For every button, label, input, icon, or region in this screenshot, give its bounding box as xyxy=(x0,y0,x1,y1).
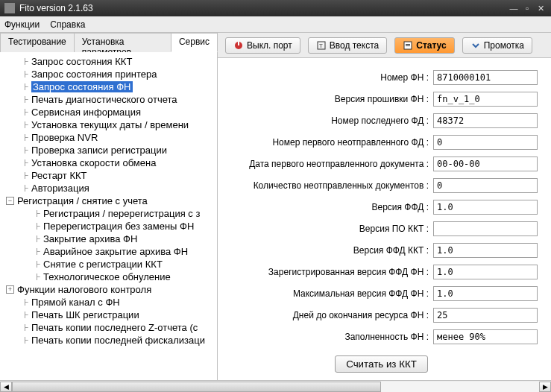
tree-view: ⊦Запрос состояния ККТ⊦Запрос состояния п… xyxy=(0,52,217,380)
tree-item[interactable]: ⊦Проверка NVR xyxy=(0,131,217,144)
field-label: Дней до окончания ресурса ФН : xyxy=(225,310,433,320)
last-fd-input[interactable] xyxy=(433,113,538,128)
tree-item[interactable]: ⊦Закрытие архива ФН xyxy=(0,233,217,245)
maximize-button[interactable]: ▫ xyxy=(521,3,533,13)
field-label: Максимальная версия ФФД ФН : xyxy=(225,288,433,299)
tree-item[interactable]: ⊦Прямой канал с ФН xyxy=(0,296,217,309)
tree-item[interactable]: ⊦Запрос состояния ФН xyxy=(0,80,217,93)
days-left-input[interactable] xyxy=(433,308,538,323)
fn-number-input[interactable] xyxy=(433,70,538,85)
form-row-first-unsent: Номер первого неотправленного ФД : xyxy=(225,135,538,150)
tree-item[interactable]: ⊦Авторизация xyxy=(0,182,217,195)
tree-group[interactable]: +Функции налогового контроля xyxy=(0,283,217,296)
first-unsent-date-input[interactable] xyxy=(433,157,538,171)
tree-item[interactable]: ⊦Печать диагностического отчета xyxy=(0,93,217,106)
tree-item-label: Закрытие архива ФН xyxy=(43,233,137,244)
first-unsent-input[interactable] xyxy=(433,135,538,150)
form-row-first-unsent-date: Дата первого неотправленного документа : xyxy=(225,157,538,171)
tree-item[interactable]: ⊦Печать ШК регистрации xyxy=(0,309,217,321)
form-row-reg-ffd-fn: Зарегистрированная версия ФФД ФН : xyxy=(225,265,538,279)
reg-ffd-fn-input[interactable] xyxy=(433,265,538,279)
tree-item-label: Авторизация xyxy=(31,183,89,194)
tree-item[interactable]: ⊦Аварийное закрытие архива ФН xyxy=(0,245,217,258)
tree-branch-icon: ⊦ xyxy=(21,107,31,118)
scroll-label: Промотка xyxy=(484,40,524,51)
tree-item[interactable]: ⊦Перерегистрация без замены ФН xyxy=(0,220,217,233)
input-text-button[interactable]: T Ввод текста xyxy=(308,37,387,54)
svg-rect-1 xyxy=(238,42,239,45)
collapse-icon[interactable]: − xyxy=(6,197,14,205)
tree-item[interactable]: ⊦Рестарт ККТ xyxy=(0,169,217,182)
tab-testing[interactable]: Тестирование xyxy=(0,33,75,52)
tab-service[interactable]: Сервис xyxy=(171,33,218,52)
off-port-label: Выкл. порт xyxy=(247,40,292,51)
tree-item-label: Печать ШК регистрации xyxy=(31,309,139,320)
tree-item[interactable]: ⊦Снятие с регистрации ККТ xyxy=(0,258,217,271)
titlebar: Fito version 2.1.63 — ▫ ✕ xyxy=(0,0,551,16)
menu-functions[interactable]: Функции xyxy=(4,19,40,30)
tree-item-label: Проверка NVR xyxy=(31,132,98,143)
horizontal-scrollbar[interactable]: ◀ ▶ xyxy=(0,380,551,392)
tree-item[interactable]: ⊦Печать копии последней фискализаци xyxy=(0,334,217,347)
tree-group[interactable]: −Регистрация / снятие с учета xyxy=(0,195,217,207)
tree-branch-icon: ⊦ xyxy=(33,208,43,219)
max-ffd-fn-input[interactable] xyxy=(433,286,538,301)
field-label: Номер последнего ФД : xyxy=(225,116,433,126)
tree-item[interactable]: ⊦Установка скорости обмена xyxy=(0,157,217,169)
tree-item[interactable]: ⊦Запрос состояния ККТ xyxy=(0,55,217,68)
off-port-button[interactable]: Выкл. порт xyxy=(225,37,300,54)
form-row-kkt-sw-version: Версия ПО ККТ : xyxy=(225,221,538,236)
input-text-label: Ввод текста xyxy=(330,40,379,51)
scroll-button[interactable]: Промотка xyxy=(462,37,532,54)
tree-branch-icon: ⊦ xyxy=(21,81,31,92)
svg-text:T: T xyxy=(319,42,323,49)
fw-version-input[interactable] xyxy=(433,92,538,107)
tree-item-label: Запрос состояния ККТ xyxy=(31,56,132,67)
field-label: Дата первого неотправленного документа : xyxy=(225,159,433,169)
tree-item-label: Проверка записи регистрации xyxy=(31,145,167,156)
field-label: Версия ФФД ККТ : xyxy=(225,245,433,256)
ffd-kkt-version-input[interactable] xyxy=(433,243,538,258)
expand-icon[interactable]: + xyxy=(6,285,14,294)
tree-item[interactable]: ⊦Сервисная информация xyxy=(0,106,217,118)
tree-item[interactable]: ⊦Регистрация / перерегистрация с з xyxy=(0,207,217,220)
menubar: Функции Справка xyxy=(0,16,551,33)
tree-item-label: Запрос состояния ФН xyxy=(31,81,133,92)
tab-bar: Тестирование Установка параметров Сервис xyxy=(0,33,217,52)
fill-input[interactable] xyxy=(433,329,538,344)
tab-params[interactable]: Установка параметров xyxy=(74,33,171,52)
kkt-sw-version-input[interactable] xyxy=(433,221,538,236)
ffd-version-input[interactable] xyxy=(433,200,538,215)
field-label: Заполненность ФН : xyxy=(225,332,433,342)
form-panel: Номер ФН :Версия прошивки ФН :Номер посл… xyxy=(218,58,551,380)
window-title: Fito version 2.1.63 xyxy=(19,3,93,13)
tree-item[interactable]: ⊦Проверка записи регистрации xyxy=(0,144,217,157)
tree-branch-icon: ⊦ xyxy=(21,145,31,156)
tree-group-label: Регистрация / снятие с учета xyxy=(17,195,148,206)
scroll-thumb[interactable] xyxy=(12,382,381,392)
scroll-right-button[interactable]: ▶ xyxy=(539,382,551,392)
minimize-button[interactable]: — xyxy=(508,3,520,13)
read-from-kkt-button[interactable]: Считать из ККТ xyxy=(335,355,428,373)
tree-item[interactable]: ⊦Печать копии последнего Z-отчета (с xyxy=(0,321,217,334)
tree-branch-icon: ⊦ xyxy=(21,56,31,67)
form-row-fw-version: Версия прошивки ФН : xyxy=(225,92,538,107)
tree-branch-icon: ⊦ xyxy=(21,94,31,105)
tree-item[interactable]: ⊦Технологическое обнуление xyxy=(0,271,217,283)
tree-item[interactable]: ⊦Запрос состояния принтера xyxy=(0,68,217,80)
scroll-track[interactable] xyxy=(12,382,539,392)
unsent-count-input[interactable] xyxy=(433,178,538,193)
svg-rect-5 xyxy=(406,44,410,45)
tree-item[interactable]: ⊦Установка текущих даты / времени xyxy=(0,118,217,131)
tree-item-label: Запрос состояния принтера xyxy=(31,69,157,80)
form-row-days-left: Дней до окончания ресурса ФН : xyxy=(225,308,538,323)
power-icon xyxy=(233,40,244,51)
field-label: Версия ПО ККТ : xyxy=(225,224,433,234)
tree-group-label: Функции налогового контроля xyxy=(17,284,151,295)
field-label: Версия ФФД : xyxy=(225,202,433,212)
menu-help[interactable]: Справка xyxy=(50,19,85,30)
status-button[interactable]: Статус xyxy=(394,37,454,54)
close-button[interactable]: ✕ xyxy=(535,3,547,13)
scroll-left-button[interactable]: ◀ xyxy=(0,382,12,392)
tree-branch-icon: ⊦ xyxy=(33,246,43,257)
